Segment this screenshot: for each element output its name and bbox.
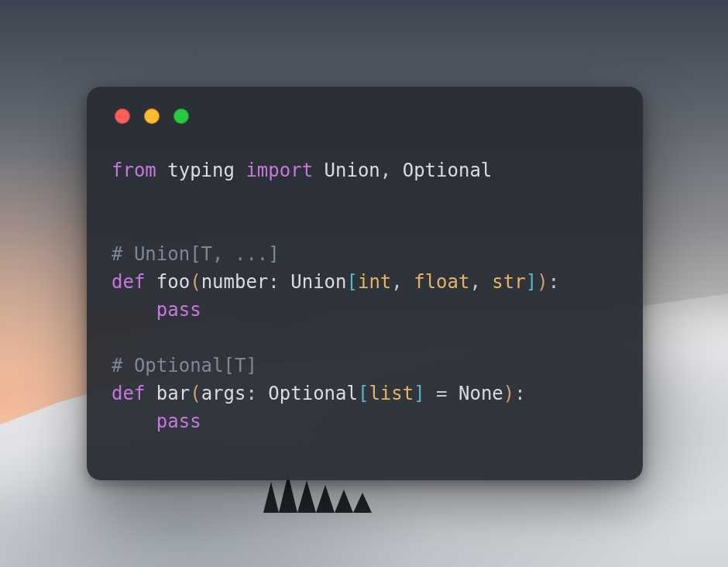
bracket-open: [ [346,271,357,293]
param-number: number [201,271,269,293]
import-optional: Optional [403,160,493,181]
keyword-def: def [112,271,145,293]
equals: = [436,383,447,404]
comment-union: # Union[T, ...] [112,243,280,265]
close-icon[interactable] [115,108,130,124]
code-block: from typing import Union, Optional # Uni… [112,156,618,435]
svg-marker-4 [335,490,353,513]
builtin-int: int [358,271,391,293]
paren-close: ) [503,383,514,404]
module-name: typing [167,160,235,181]
keyword-from: from [112,160,156,181]
const-none: None [458,383,503,404]
keyword-def: def [112,383,145,404]
keyword-import: import [246,160,313,181]
minimize-icon[interactable] [144,108,160,124]
svg-marker-5 [353,493,372,513]
colon: : [246,383,256,404]
keyword-pass: pass [156,299,201,321]
colon: : [268,271,279,293]
builtin-float: float [414,271,469,293]
paren-close: ) [537,271,548,293]
comma: , [469,271,480,293]
builtin-list: list [369,383,414,404]
func-foo: foo [156,271,190,293]
keyword-pass: pass [156,411,201,432]
paren-open: ( [190,383,201,404]
builtin-str: str [492,271,525,293]
import-union: Union [325,160,380,181]
type-union: Union [290,271,346,293]
bracket-open: [ [358,383,369,404]
func-bar: bar [156,383,190,404]
colon-end: : [514,383,525,404]
colon-end: : [548,271,559,293]
type-optional: Optional [268,383,358,404]
bracket-close: ] [526,271,537,293]
paren-open: ( [190,271,201,293]
traffic-lights [115,108,618,124]
comma: , [391,271,402,293]
svg-marker-2 [297,480,316,513]
svg-marker-0 [263,482,279,513]
param-args: args [201,383,246,404]
bracket-close: ] [414,383,424,404]
comment-optional: # Optional[T] [112,355,257,376]
svg-marker-3 [316,485,335,513]
comma: , [380,160,391,181]
code-window: from typing import Union, Optional # Uni… [87,87,643,480]
zoom-icon[interactable] [173,108,189,124]
